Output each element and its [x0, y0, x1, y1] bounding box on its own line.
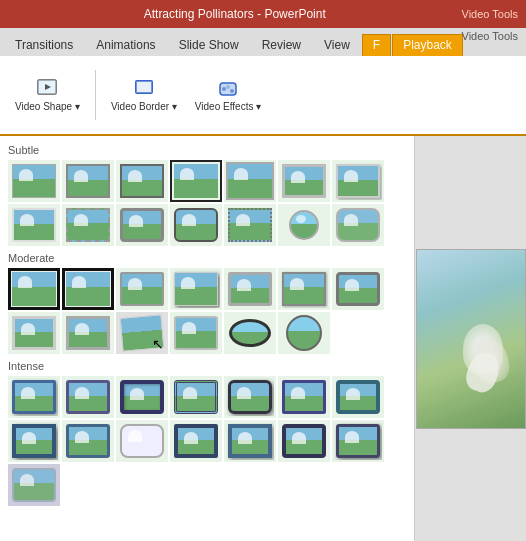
format-ribbon: Video Shape ▾ Video Border ▾ Video Effec… [0, 56, 526, 136]
list-item[interactable] [224, 312, 276, 354]
list-item[interactable] [62, 376, 114, 418]
list-item[interactable] [62, 160, 114, 202]
list-item[interactable] [116, 268, 168, 310]
list-item[interactable] [8, 268, 60, 310]
tab-transitions[interactable]: Transitions [4, 34, 84, 56]
svg-point-7 [230, 89, 234, 93]
video-border-icon [134, 79, 154, 99]
list-item[interactable] [116, 420, 168, 462]
list-item[interactable] [224, 204, 276, 246]
title-bar: Attracting Pollinators - PowerPoint Vide… [0, 0, 526, 28]
list-item[interactable] [278, 268, 330, 310]
list-item[interactable] [8, 420, 60, 462]
separator-1 [95, 70, 96, 120]
bottom-spacer [4, 508, 410, 516]
list-item[interactable] [8, 464, 60, 506]
tabs-area: Video Tools Transitions Animations Slide… [0, 28, 526, 56]
video-tools-section-label: Video Tools [462, 28, 518, 44]
list-item[interactable] [116, 160, 168, 202]
tab-view[interactable]: View [313, 34, 361, 56]
list-item[interactable] [8, 160, 60, 202]
moderate-section-label: Moderate [4, 248, 410, 266]
list-item[interactable] [170, 312, 222, 354]
list-item[interactable] [224, 376, 276, 418]
list-item[interactable] [332, 376, 384, 418]
slide-preview-thumbnail [416, 249, 526, 429]
list-item[interactable] [278, 160, 330, 202]
list-item[interactable] [332, 204, 384, 246]
list-item[interactable] [170, 204, 222, 246]
list-item[interactable] [8, 312, 60, 354]
tab-slideshow[interactable]: Slide Show [168, 34, 250, 56]
list-item[interactable] [8, 376, 60, 418]
list-item[interactable] [116, 376, 168, 418]
content-area: Subtle [0, 136, 526, 541]
list-item[interactable] [62, 204, 114, 246]
list-item[interactable] [224, 420, 276, 462]
list-item[interactable] [170, 160, 222, 202]
tab-format[interactable]: F [362, 34, 391, 56]
list-item[interactable] [224, 268, 276, 310]
video-border-button[interactable]: Video Border ▾ [104, 76, 184, 115]
video-effects-button[interactable]: Video Effects ▾ [188, 76, 268, 115]
moderate-grid: ↖ [4, 266, 410, 356]
list-item[interactable] [170, 376, 222, 418]
video-shape-icon [37, 79, 57, 99]
list-item[interactable] [278, 204, 330, 246]
list-item[interactable] [224, 160, 276, 202]
list-item[interactable] [278, 376, 330, 418]
tab-playback[interactable]: Playback [392, 34, 463, 56]
video-shape-button[interactable]: Video Shape ▾ [8, 76, 87, 115]
title-bar-text: Attracting Pollinators - PowerPoint [8, 7, 462, 21]
list-item[interactable] [332, 420, 384, 462]
style-panel: Subtle [0, 136, 415, 541]
list-item[interactable] [170, 420, 222, 462]
list-item[interactable]: ↖ [116, 312, 168, 354]
list-item[interactable] [62, 420, 114, 462]
svg-rect-3 [136, 81, 152, 93]
video-tools-label: Video Tools [462, 8, 518, 20]
svg-point-6 [226, 85, 230, 89]
intense-section-label: Intense [4, 356, 410, 374]
subtle-section-label: Subtle [4, 140, 410, 158]
list-item[interactable] [8, 204, 60, 246]
right-panel [415, 136, 526, 541]
list-item[interactable] [278, 312, 330, 354]
list-item[interactable] [62, 268, 114, 310]
intense-grid [4, 374, 410, 508]
video-effects-icon [218, 79, 238, 99]
subtle-grid [4, 158, 410, 248]
list-item[interactable] [170, 268, 222, 310]
list-item[interactable] [62, 312, 114, 354]
list-item[interactable] [332, 160, 384, 202]
list-item[interactable] [332, 268, 384, 310]
list-item[interactable] [116, 204, 168, 246]
tab-review[interactable]: Review [251, 34, 312, 56]
list-item[interactable] [278, 420, 330, 462]
ribbon-tabs-row: Transitions Animations Slide Show Review… [0, 28, 526, 56]
svg-point-5 [222, 87, 226, 91]
tab-animations[interactable]: Animations [85, 34, 166, 56]
